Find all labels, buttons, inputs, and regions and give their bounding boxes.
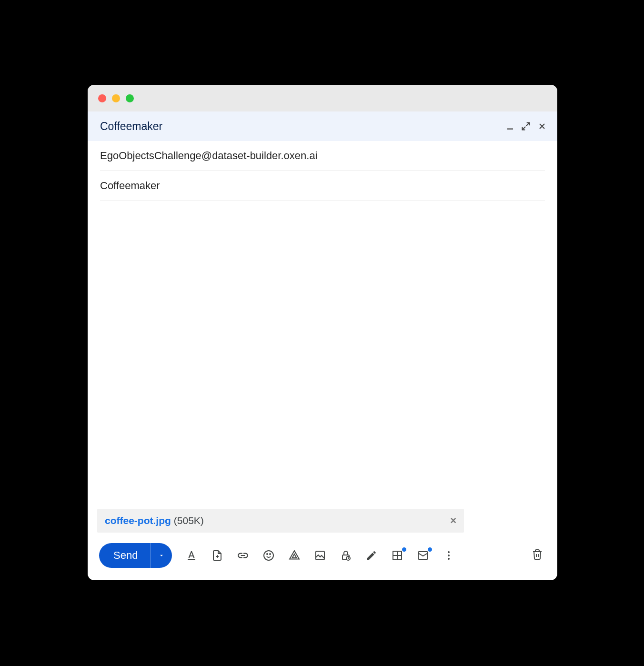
attach-file-icon[interactable] <box>211 549 223 562</box>
macos-titlebar <box>88 85 557 111</box>
insert-link-icon[interactable] <box>237 549 249 562</box>
attachment-chip[interactable]: coffee-pot.jpg (505K) × <box>97 509 464 533</box>
compose-body[interactable] <box>88 201 557 509</box>
attachment-filename: coffee-pot.jpg <box>105 515 171 526</box>
svg-point-12 <box>448 551 450 553</box>
notification-dot-icon <box>428 547 432 552</box>
svg-point-14 <box>448 558 450 560</box>
compose-header: Coffeemaker <box>88 111 557 141</box>
attachment-size: (505K) <box>174 515 204 526</box>
minimize-window-button[interactable] <box>112 94 120 102</box>
compose-window: Coffeemaker EgoObjectsChallenge@dataset-… <box>88 85 557 580</box>
svg-rect-0 <box>507 129 513 130</box>
notification-dot-icon <box>402 547 406 552</box>
compose-window-controls <box>506 121 547 131</box>
svg-point-13 <box>448 555 450 556</box>
svg-point-2 <box>264 551 273 560</box>
svg-rect-1 <box>188 559 195 560</box>
insert-emoji-icon[interactable] <box>262 549 275 562</box>
more-options-icon[interactable] <box>443 549 455 562</box>
subject-field-row[interactable]: Coffeemaker <box>88 171 557 201</box>
compose-toolbar: Send <box>88 533 557 580</box>
insert-signature-icon[interactable] <box>365 549 378 562</box>
insert-drive-icon[interactable] <box>288 549 301 562</box>
fullscreen-icon[interactable] <box>521 121 531 131</box>
mail-options-icon[interactable] <box>417 549 429 562</box>
insert-photo-icon[interactable] <box>314 549 326 562</box>
send-button[interactable]: Send <box>99 543 150 568</box>
minimize-icon[interactable] <box>506 122 514 131</box>
confidential-mode-icon[interactable] <box>340 549 352 562</box>
layout-icon[interactable] <box>391 549 403 562</box>
maximize-window-button[interactable] <box>126 94 134 102</box>
close-icon[interactable] <box>537 121 547 131</box>
formatting-toolbar <box>185 549 455 562</box>
close-window-button[interactable] <box>98 94 106 102</box>
attachments-area: coffee-pot.jpg (505K) × <box>88 509 557 533</box>
discard-draft-icon[interactable] <box>532 549 543 562</box>
to-field-value: EgoObjectsChallenge@dataset-builder.oxen… <box>100 141 545 171</box>
to-field-row[interactable]: EgoObjectsChallenge@dataset-builder.oxen… <box>88 141 557 171</box>
svg-point-4 <box>270 554 271 555</box>
subject-field-value: Coffeemaker <box>100 171 545 201</box>
attachment-remove-icon[interactable]: × <box>450 515 456 527</box>
send-more-options-button[interactable] <box>150 543 172 568</box>
send-button-group: Send <box>99 543 172 568</box>
svg-point-3 <box>267 554 268 555</box>
compose-title: Coffeemaker <box>100 120 162 133</box>
formatting-options-icon[interactable] <box>185 549 198 562</box>
